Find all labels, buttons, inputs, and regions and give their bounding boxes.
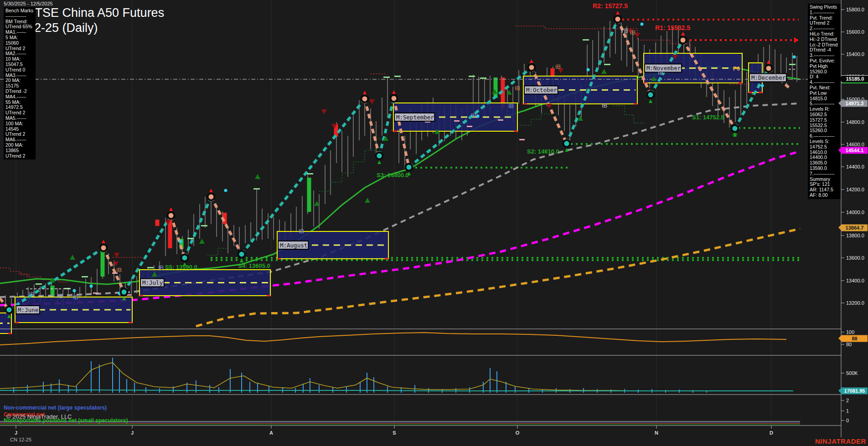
svg-text:S3: 14400.0: S3: 14400.0 bbox=[377, 172, 409, 179]
svg-text:M:July: M:July bbox=[142, 279, 163, 286]
panel-line: 13865 bbox=[5, 148, 34, 154]
panel-line: Pvt. Evolve: bbox=[810, 58, 839, 64]
month-label: J bbox=[131, 430, 134, 436]
panel-line: 1.------------- bbox=[810, 10, 839, 15]
svg-text:IB: IB bbox=[116, 267, 122, 273]
svg-text:IB: IB bbox=[555, 63, 561, 70]
month-label: S bbox=[393, 430, 396, 436]
svg-text:IB: IB bbox=[515, 85, 520, 92]
panel-line: 15727.5 bbox=[810, 118, 839, 123]
resistance-levels: R2: 15727.5R1: 15532.5 bbox=[593, 2, 799, 43]
price-tag: 88 bbox=[842, 335, 868, 342]
panel-line: 5 MA: bbox=[5, 35, 34, 41]
price-tick-label: 15800.0 bbox=[846, 7, 864, 12]
svg-text:R1: 15532.5: R1: 15532.5 bbox=[655, 24, 690, 31]
svg-text:IB: IB bbox=[658, 69, 663, 76]
panel-line: ------------- bbox=[5, 14, 34, 19]
panel-line: AF: 8.00 bbox=[810, 193, 839, 198]
price-tag: 17081.95 bbox=[842, 388, 868, 395]
green-step-trails bbox=[141, 106, 644, 294]
svg-text:R2: 15727.5: R2: 15727.5 bbox=[593, 2, 628, 10]
svg-text:M:September: M:September bbox=[396, 114, 434, 121]
swing-pivots-panel: Swing Pivots1.-------------Pvt. Trend:UT… bbox=[808, 4, 841, 199]
panel3-tick-label: 2 bbox=[846, 398, 849, 403]
svg-text:TB: TB bbox=[620, 27, 628, 34]
price-tick-label: 13600.0 bbox=[846, 255, 864, 261]
panel-line: Pvt High bbox=[810, 64, 839, 69]
svg-text:IB: IB bbox=[73, 294, 78, 301]
panel3-tick-label: 1 bbox=[846, 408, 849, 414]
price-tick-label: 15400.0 bbox=[846, 51, 864, 57]
copyright-text: © 2025 NinjaTrader, LLC bbox=[6, 413, 72, 420]
support-levels: S1: 14752.5S2: 14610.0S3: 14400.0S4: 136… bbox=[165, 114, 800, 271]
panel-line: 100 MA: bbox=[5, 121, 34, 127]
price-tick-label: 14800.0 bbox=[846, 119, 864, 125]
instrument-label: CN 12-25 bbox=[10, 437, 31, 442]
svg-text:M:December: M:December bbox=[751, 74, 786, 81]
price-tag: 13864.7 bbox=[842, 225, 868, 231]
month-label: A bbox=[269, 430, 273, 436]
panel-line: 16062.5 bbox=[810, 112, 839, 118]
panel-line: Hi:-2 DTrend bbox=[810, 37, 839, 42]
svg-text:IB: IB bbox=[602, 102, 607, 109]
price-tick-label: 13800.0 bbox=[846, 233, 864, 238]
panel-line: UTrend 2 bbox=[5, 154, 34, 159]
panel-line: 15047.5 bbox=[5, 62, 34, 67]
svg-text:S2: 14610.0: S2: 14610.0 bbox=[527, 148, 559, 155]
chart-title: FTSE China A50 Futures 12-25 (Daily) bbox=[27, 5, 164, 36]
panel-line: 200 MA: bbox=[5, 143, 34, 148]
panel-line: Pvt Low bbox=[810, 91, 839, 96]
svg-text:IB: IB bbox=[158, 264, 164, 271]
svg-text:IB: IB bbox=[630, 29, 636, 36]
bench-marks-panel: Bench Marks-------------BM Trend:UTrend … bbox=[4, 7, 36, 159]
monthly-box-labels: M:JuneM:JulyM:AugustM:SeptemberM:October… bbox=[16, 64, 786, 314]
panel-line: MA5.------ bbox=[5, 116, 34, 121]
svg-text:IB: IB bbox=[508, 103, 514, 109]
svg-text:IB: IB bbox=[29, 291, 34, 297]
price-tick-label: 14400.0 bbox=[846, 164, 864, 169]
svg-text:IB: IB bbox=[471, 112, 476, 119]
sell-triangles bbox=[113, 29, 678, 267]
svg-text:M:June: M:June bbox=[18, 307, 38, 313]
panel-line: 15060 bbox=[5, 41, 34, 46]
white-dashes bbox=[26, 69, 796, 289]
svg-text:F0: F0 bbox=[733, 65, 740, 72]
panel1-tick-label: 100 bbox=[846, 329, 854, 335]
price-tick-label: 14200.0 bbox=[846, 187, 864, 192]
panel-line: Levels S: bbox=[810, 139, 839, 144]
panel-line: UTrend 0 bbox=[5, 67, 34, 73]
month-label: N bbox=[655, 430, 658, 436]
svg-text:IB: IB bbox=[299, 228, 304, 235]
panel-line: 14752.5 bbox=[810, 144, 839, 150]
ninjatrader-logo: NINJATRADER bbox=[815, 437, 866, 445]
price-tag: 14544.1 bbox=[842, 147, 868, 154]
svg-text:M:November: M:November bbox=[646, 65, 681, 72]
panel-line: Pvt. Next: bbox=[810, 85, 839, 91]
month-label: O bbox=[516, 430, 520, 436]
svg-text:M:October: M:October bbox=[526, 87, 557, 93]
svg-text:IB: IB bbox=[57, 292, 63, 299]
ninjatrader-chart-window: R2: 15727.5R1: 15532.5S1: 14752.5S2: 146… bbox=[0, 0, 868, 446]
price-tick-label: 14000.0 bbox=[846, 210, 864, 215]
panel2-volume-spikes bbox=[14, 358, 707, 393]
panel-line: 13590.0 bbox=[810, 166, 839, 171]
panel3-tick-label: 0 bbox=[846, 418, 849, 423]
panel-line: 7.------------- bbox=[810, 171, 839, 177]
panel1-tick-label: 80 bbox=[846, 342, 852, 347]
price-tick-label: 13400.0 bbox=[846, 278, 864, 283]
panel-line: HiLo Trend: bbox=[810, 31, 839, 37]
price-tag: 14971.3 bbox=[842, 100, 868, 107]
panel2-tick-label: 500K bbox=[846, 370, 858, 376]
svg-text:M:August: M:August bbox=[280, 242, 307, 249]
panel-line: DTrend -2 bbox=[5, 89, 34, 94]
panel1-oscillator-line bbox=[0, 333, 786, 345]
price-tick-label: 15600.0 bbox=[846, 29, 864, 35]
chart-canvas[interactable]: R2: 15727.5R1: 15532.5S1: 14752.5S2: 146… bbox=[0, 0, 868, 446]
price-tick-label: 13200.0 bbox=[846, 300, 864, 306]
month-label: D bbox=[770, 430, 773, 436]
month-label: J bbox=[15, 430, 17, 436]
cot-legend-item: Non-commercial net (large speculators) bbox=[4, 405, 107, 411]
price-tick-label: 14600.0 bbox=[846, 142, 864, 147]
price-tag: 15185.0 bbox=[842, 75, 868, 83]
panel-line: MA4.------ bbox=[5, 94, 34, 100]
